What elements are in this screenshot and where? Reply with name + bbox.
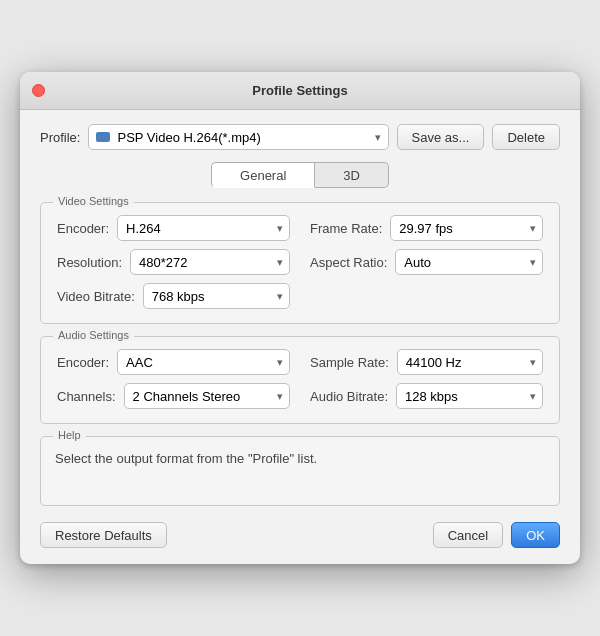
- sample-rate-label: Sample Rate:: [310, 355, 389, 370]
- help-label: Help: [53, 429, 86, 441]
- video-bitrate-select-wrapper: 768 kbps: [143, 283, 290, 309]
- tab-general[interactable]: General: [211, 162, 315, 188]
- channels-label: Channels:: [57, 389, 116, 404]
- cancel-button[interactable]: Cancel: [433, 522, 503, 548]
- audio-bitrate-select-wrapper: 128 kbps: [396, 383, 543, 409]
- video-bitrate-row: Video Bitrate: 768 kbps: [57, 283, 290, 309]
- ok-button[interactable]: OK: [511, 522, 560, 548]
- profile-label: Profile:: [40, 130, 80, 145]
- video-right-col: Frame Rate: 29.97 fps Aspect Ratio: Auto: [310, 215, 543, 309]
- resolution-select[interactable]: 480*272: [130, 249, 290, 275]
- main-window: Profile Settings Profile: PSP Video H.26…: [20, 72, 580, 564]
- audio-encoder-select-wrapper: AAC: [117, 349, 290, 375]
- save-as-button[interactable]: Save as...: [397, 124, 485, 150]
- profile-select-wrapper: PSP Video H.264(*.mp4): [88, 124, 388, 150]
- aspect-ratio-select[interactable]: Auto: [395, 249, 543, 275]
- resolution-row: Resolution: 480*272: [57, 249, 290, 275]
- footer-row: Restore Defaults Cancel OK: [40, 522, 560, 548]
- profile-row: Profile: PSP Video H.264(*.mp4) Save as.…: [40, 124, 560, 150]
- profile-select[interactable]: PSP Video H.264(*.mp4): [88, 124, 388, 150]
- aspect-ratio-label: Aspect Ratio:: [310, 255, 387, 270]
- frame-rate-select[interactable]: 29.97 fps: [390, 215, 543, 241]
- video-bitrate-label: Video Bitrate:: [57, 289, 135, 304]
- encoder-select[interactable]: H.264: [117, 215, 290, 241]
- sample-rate-select[interactable]: 44100 Hz: [397, 349, 543, 375]
- audio-encoder-row: Encoder: AAC: [57, 349, 290, 375]
- audio-settings-layout: Encoder: AAC Channels: 2 Channels Stereo: [57, 349, 543, 409]
- help-section: Help Select the output format from the "…: [40, 436, 560, 506]
- audio-bitrate-select[interactable]: 128 kbps: [396, 383, 543, 409]
- video-settings-section: Video Settings Encoder: H.264 Resolution…: [40, 202, 560, 324]
- audio-settings-section: Audio Settings Encoder: AAC Channels:: [40, 336, 560, 424]
- close-button[interactable]: [32, 84, 45, 97]
- video-settings-layout: Encoder: H.264 Resolution: 480*272: [57, 215, 543, 309]
- frame-rate-row: Frame Rate: 29.97 fps: [310, 215, 543, 241]
- delete-button[interactable]: Delete: [492, 124, 560, 150]
- content-area: Profile: PSP Video H.264(*.mp4) Save as.…: [20, 110, 580, 564]
- audio-encoder-label: Encoder:: [57, 355, 109, 370]
- footer-right: Cancel OK: [433, 522, 560, 548]
- restore-defaults-button[interactable]: Restore Defaults: [40, 522, 167, 548]
- window-title: Profile Settings: [252, 83, 347, 98]
- channels-select-wrapper: 2 Channels Stereo: [124, 383, 290, 409]
- encoder-row: Encoder: H.264: [57, 215, 290, 241]
- video-left-col: Encoder: H.264 Resolution: 480*272: [57, 215, 290, 309]
- aspect-ratio-row: Aspect Ratio: Auto: [310, 249, 543, 275]
- audio-left-col: Encoder: AAC Channels: 2 Channels Stereo: [57, 349, 290, 409]
- audio-bitrate-row: Audio Bitrate: 128 kbps: [310, 383, 543, 409]
- frame-rate-select-wrapper: 29.97 fps: [390, 215, 543, 241]
- channels-select[interactable]: 2 Channels Stereo: [124, 383, 290, 409]
- video-settings-label: Video Settings: [53, 195, 134, 207]
- tab-row: General 3D: [40, 162, 560, 188]
- tab-3d[interactable]: 3D: [315, 162, 389, 188]
- sample-rate-row: Sample Rate: 44100 Hz: [310, 349, 543, 375]
- audio-right-col: Sample Rate: 44100 Hz Audio Bitrate: 128…: [310, 349, 543, 409]
- help-text: Select the output format from the "Profi…: [55, 451, 545, 466]
- sample-rate-select-wrapper: 44100 Hz: [397, 349, 543, 375]
- audio-encoder-select[interactable]: AAC: [117, 349, 290, 375]
- frame-rate-label: Frame Rate:: [310, 221, 382, 236]
- encoder-label: Encoder:: [57, 221, 109, 236]
- aspect-ratio-select-wrapper: Auto: [395, 249, 543, 275]
- resolution-select-wrapper: 480*272: [130, 249, 290, 275]
- resolution-label: Resolution:: [57, 255, 122, 270]
- audio-settings-label: Audio Settings: [53, 329, 134, 341]
- encoder-select-wrapper: H.264: [117, 215, 290, 241]
- audio-bitrate-label: Audio Bitrate:: [310, 389, 388, 404]
- video-bitrate-select[interactable]: 768 kbps: [143, 283, 290, 309]
- titlebar: Profile Settings: [20, 72, 580, 110]
- channels-row: Channels: 2 Channels Stereo: [57, 383, 290, 409]
